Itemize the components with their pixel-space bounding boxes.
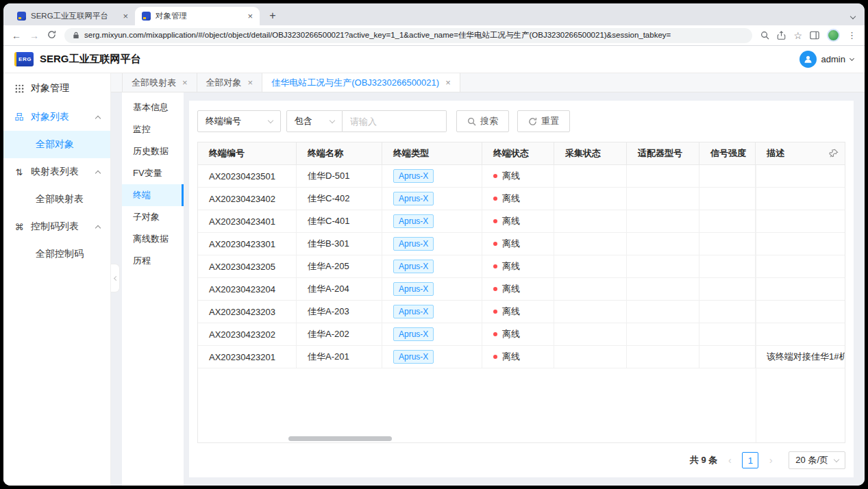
- table-cell: [627, 301, 699, 323]
- side-panel-icon[interactable]: [810, 31, 819, 40]
- table-cell: AX20230423501: [198, 165, 297, 187]
- forward-icon[interactable]: →: [29, 31, 39, 40]
- table-cell: 离线: [482, 165, 554, 187]
- sidebar-title: 对象管理: [31, 82, 69, 95]
- tab-close-icon[interactable]: ×: [248, 77, 253, 88]
- operator-select-value: 包含: [295, 115, 312, 127]
- table-cell: [554, 301, 627, 323]
- page-size-select[interactable]: 20 条/页: [789, 451, 845, 469]
- workspace-tabs: 全部映射表×全部对象×佳华电站工况与生产(OBJ3230266500021)×: [111, 73, 865, 92]
- search-button[interactable]: 搜索: [456, 110, 509, 132]
- app-header: ERG SERG工业互联网平台 admin: [3, 46, 865, 73]
- user-menu[interactable]: admin: [799, 51, 854, 68]
- content-row: 基本信息监控历史数据FV变量终端子对象离线数据历程 终端编号 包含: [111, 92, 865, 486]
- table-cell: 佳华A-204: [297, 278, 382, 300]
- table-cell: [699, 278, 756, 300]
- tab-search-button[interactable]: [851, 14, 858, 25]
- browser-menu-icon[interactable]: ⋮: [847, 30, 856, 40]
- status-dot-icon: [493, 287, 497, 291]
- terminal-type-tag: Aprus-X: [393, 282, 434, 296]
- status-dot-icon: [493, 197, 497, 201]
- table-row[interactable]: AX20230423401佳华C-401Aprus-X离线: [198, 210, 845, 233]
- detail-menu-item[interactable]: 基本信息: [122, 97, 184, 118]
- sidebar-group[interactable]: ⌘控制码列表: [3, 213, 110, 240]
- new-tab-button[interactable]: +: [264, 7, 282, 25]
- reset-button[interactable]: 重置: [517, 110, 570, 132]
- chevron-left-icon: [113, 275, 118, 280]
- detail-menu-item[interactable]: 历程: [122, 250, 184, 272]
- table-cell: 佳华A-202: [297, 323, 382, 345]
- pagination-total: 共 9 条: [690, 454, 717, 466]
- tab-close-icon[interactable]: ×: [247, 12, 253, 21]
- reload-icon[interactable]: [47, 30, 56, 40]
- table-cell: [627, 210, 699, 232]
- sidebar-group[interactable]: 品对象列表: [3, 103, 110, 131]
- table-cell: Aprus-X: [382, 346, 482, 368]
- search-icon: [467, 117, 476, 126]
- table-cell: [554, 255, 627, 277]
- detail-menu-item[interactable]: 子对象: [122, 206, 184, 228]
- table-cell: 离线: [482, 278, 554, 300]
- terminal-card: 终端编号 包含 搜索: [189, 101, 854, 477]
- table-row[interactable]: AX20230423501佳华D-501Aprus-X离线: [198, 165, 845, 188]
- app-body: 对象管理 品对象列表全部对象⇅映射表列表全部映射表⌘控制码列表全部控制码 全部映…: [3, 73, 865, 486]
- table-row[interactable]: AX20230423201佳华A-201Aprus-X离线该终端对接佳华1#机组: [198, 346, 845, 368]
- detail-menu-item[interactable]: FV变量: [122, 162, 184, 184]
- detail-menu-item[interactable]: 历史数据: [122, 140, 184, 162]
- table-row[interactable]: AX20230423202佳华A-202Aprus-X离线: [198, 323, 845, 346]
- sidebar-item[interactable]: 全部控制码: [3, 240, 110, 268]
- mapping-table-icon: ⇅: [14, 167, 25, 177]
- filter-input[interactable]: [343, 110, 447, 132]
- share-icon[interactable]: [777, 31, 786, 40]
- sidebar-collapse-handle[interactable]: [111, 264, 120, 292]
- table-cell: AX20230423401: [198, 210, 297, 232]
- workspace-tab[interactable]: 佳华电站工况与生产(OBJ3230266500021)×: [262, 73, 460, 92]
- table-cell: 佳华A-205: [297, 255, 382, 277]
- table-row[interactable]: AX20230423402佳华C-402Aprus-X离线: [198, 188, 845, 210]
- browser-tab[interactable]: 对象管理×: [135, 7, 260, 25]
- workspace-tab[interactable]: 全部对象×: [197, 73, 263, 92]
- table-row[interactable]: AX20230423204佳华A-204Aprus-X离线: [198, 278, 845, 301]
- workspace-tab[interactable]: 全部映射表×: [122, 73, 197, 92]
- status-dot-icon: [493, 174, 497, 178]
- detail-menu-item[interactable]: 离线数据: [122, 228, 184, 250]
- back-icon[interactable]: ←: [12, 31, 21, 40]
- terminal-type-tag: Aprus-X: [393, 350, 434, 364]
- detail-menu-item[interactable]: 终端: [122, 184, 184, 206]
- table-row[interactable]: AX20230423203佳华A-203Aprus-X离线: [198, 301, 845, 323]
- user-avatar: [799, 51, 817, 68]
- sidebar-group[interactable]: ⇅映射表列表: [3, 158, 110, 186]
- next-page-button[interactable]: ›: [764, 452, 778, 468]
- table-cell: 离线: [482, 255, 554, 277]
- serg-logo: ERG: [14, 52, 34, 66]
- tab-close-icon[interactable]: ×: [123, 12, 128, 21]
- current-page-button[interactable]: 1: [742, 452, 758, 468]
- tab-close-icon[interactable]: ×: [182, 77, 188, 88]
- zoom-icon[interactable]: [760, 31, 769, 40]
- url-text: serg.mixyun.com/mixapplication/#/object/…: [84, 30, 671, 40]
- operator-select[interactable]: 包含: [286, 110, 343, 132]
- table-cell: 佳华A-201: [297, 346, 382, 368]
- pin-icon[interactable]: [829, 149, 839, 158]
- site-favicon-icon: [17, 12, 26, 21]
- table-cell: Aprus-X: [382, 255, 482, 277]
- table-cell: [699, 301, 756, 323]
- table-cell: [699, 188, 756, 210]
- profile-avatar[interactable]: [827, 29, 840, 42]
- prev-page-button[interactable]: ‹: [723, 452, 736, 468]
- table-cell: [756, 278, 845, 300]
- sidebar-item[interactable]: 全部对象: [3, 131, 110, 158]
- table-row[interactable]: AX20230423205佳华A-205Aprus-X离线: [198, 255, 845, 278]
- sidebar-item[interactable]: 全部映射表: [3, 186, 110, 213]
- table-cell: [756, 255, 845, 277]
- scrollbar-thumb[interactable]: [288, 436, 392, 441]
- detail-menu-item[interactable]: 监控: [122, 118, 184, 140]
- bookmark-star-icon[interactable]: ☆: [793, 31, 802, 40]
- chevron-down-icon: [850, 14, 856, 19]
- table-row[interactable]: AX20230423301佳华B-301Aprus-X离线: [198, 233, 845, 255]
- terminal-type-tag: Aprus-X: [393, 237, 434, 251]
- address-bar[interactable]: serg.mixyun.com/mixapplication/#/object/…: [64, 28, 752, 43]
- browser-tab[interactable]: SERG工业互联网平台×: [10, 7, 135, 25]
- field-select[interactable]: 终端编号: [197, 110, 281, 132]
- tab-close-icon[interactable]: ×: [445, 77, 451, 88]
